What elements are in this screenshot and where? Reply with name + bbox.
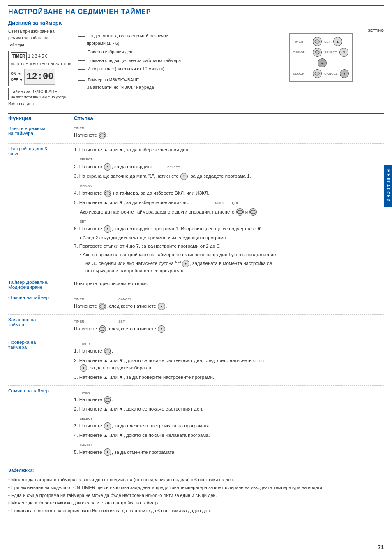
svg-point-8 <box>99 305 105 308</box>
remote-cancel-label: CANCEL <box>324 72 337 76</box>
func-cell: Влезте в режимана таймера <box>8 123 74 144</box>
timer-label-box: TIMER <box>11 52 27 60</box>
remote-offon-label: OFF/ON <box>293 51 310 54</box>
select-circle-btn[interactable]: ● <box>318 58 327 67</box>
offon-btn-remote[interactable]: ◯ <box>313 48 322 57</box>
timer-btn-remote[interactable] <box>313 37 322 46</box>
svg-text:◯: ◯ <box>316 51 319 54</box>
step-cell: TIMER 1. Натиснете . 2. Натиснете ▲ или … <box>74 385 384 460</box>
step-cell: TIMER SET Натиснете , след което натисне… <box>74 315 384 337</box>
list-item: При включване на модула от ON TIMER ще с… <box>8 484 384 492</box>
step-cell: Повторете гореописаните стъпки. <box>74 277 384 292</box>
svg-point-6 <box>237 210 243 214</box>
anno4: Избор на час (на стъпки от 10 минути) <box>78 65 281 73</box>
anno2: Показва избрания ден <box>78 49 281 56</box>
select-btn-cancel3[interactable]: ● <box>104 422 111 430</box>
step-cell: TIMER Натиснете . <box>74 123 384 144</box>
svg-point-5 <box>105 192 111 195</box>
svg-point-4 <box>99 134 105 137</box>
remote-select-label: SELECT <box>324 51 337 54</box>
select-btn-step2[interactable]: ● <box>104 163 111 171</box>
page-title: НАСТРОЙВАНЕ НА СЕДМИЧЕН ТАЙМЕР <box>8 5 384 16</box>
lang-tab: БЪЛГАРСКИ <box>384 165 392 207</box>
set-btn-step6[interactable]: ● <box>104 225 111 233</box>
func-cell: Отмяна на таймер <box>8 292 74 314</box>
select-btn-remote[interactable]: ▼ <box>339 48 348 57</box>
instruction-table: Функция Стъпка Влезте в режимана таймера… <box>8 113 384 460</box>
cancel-btn-remote[interactable]: ● <box>340 69 349 78</box>
timer-btn-cancel2[interactable] <box>104 396 111 404</box>
cancel-btn-cancel5[interactable]: ● <box>104 448 111 456</box>
timer-device-box: TIMER 1 2 3 4 5 6 MON TUE WED THU FRI SA… <box>8 51 74 86</box>
setting-label: SETTING <box>289 28 384 32</box>
func-cell: Отмяна на таймер <box>8 385 74 460</box>
timer-btn-cancel1[interactable] <box>99 303 106 310</box>
list-item: Можете да изберете няколко дни с една и … <box>8 499 384 507</box>
svg-point-3 <box>315 72 320 75</box>
notes-title: Забележки: <box>8 466 384 474</box>
list-item: Една и съща програма на таймера не може … <box>8 492 384 499</box>
set-btn-remote[interactable]: ▲ <box>333 37 342 46</box>
quiet-btn[interactable] <box>249 208 257 216</box>
table-row: Проверка натаймера TIMER 1. Натиснете . … <box>8 337 384 385</box>
clock-btn-remote[interactable] <box>313 69 322 78</box>
table-row: Настройте деня &часа 1. Натиснете ▲ или … <box>8 144 384 277</box>
col-func-header: Функция <box>8 113 74 123</box>
notes-section: Забележки: Можете да настроите таймера з… <box>8 464 384 514</box>
cancel-btn-step[interactable]: ● <box>158 303 165 310</box>
off-label: OFF ◄ <box>11 77 23 82</box>
offon-btn-step4[interactable] <box>104 190 111 197</box>
func-cell: Проверка натаймера <box>8 337 74 385</box>
page-number: 71 <box>378 544 384 550</box>
left-labels: Светва при избиране на режима за работа … <box>8 28 74 107</box>
anno3: Показва следващия ден за работа на тайме… <box>78 57 281 65</box>
annotations: На ден могат да се настроят 6 различни п… <box>78 28 281 93</box>
page-container: НАСТРОЙВАНЕ НА СЕДМИЧЕН ТАЙМЕР Дисплей з… <box>0 0 392 557</box>
days-row: MON TUE WED THU FRI SAT SUN <box>11 61 72 67</box>
svg-point-7 <box>250 210 256 214</box>
table-row: Задаване натаймер TIMER SET Натиснете , … <box>8 315 384 337</box>
svg-point-10 <box>105 350 111 353</box>
step-cell: TIMER 1. Натиснете . 2. Натиснете ▲ или … <box>74 337 384 385</box>
svg-point-11 <box>105 398 111 402</box>
mode-btn[interactable] <box>236 208 244 216</box>
select-btn-step3[interactable]: ● <box>180 173 188 180</box>
notes-list: Можете да настроите таймера за всеки ден… <box>8 476 384 514</box>
day-select-label: Избор на ден <box>8 101 74 107</box>
timer-numbers: 1 2 3 4 5 6 <box>28 53 47 60</box>
diagram-left: Светва при избиране на режима за работа … <box>8 28 281 107</box>
remote-timer-label: TIMER <box>293 40 310 44</box>
table-row: Таймер Добавяне/Модифициране Повторете г… <box>8 277 384 292</box>
set-btn-setrow[interactable]: ● <box>158 325 165 333</box>
func-cell: Настройте деня &часа <box>8 144 74 277</box>
select-btn-check2[interactable]: ● <box>80 364 87 372</box>
diagram-area: Светва при избиране на режима за работа … <box>8 28 384 107</box>
table-row: Отмяна на таймер TIMER CANCEL Натиснете … <box>8 292 384 314</box>
anno5: Таймер за ИЗКЛЮЧВАНЕ За автоматично "ИЗК… <box>78 74 281 91</box>
svg-point-0 <box>315 40 320 43</box>
step-cell: 1. Натиснете ▲ или ▼, за да изберете жел… <box>74 144 384 277</box>
table-row: Отмяна на таймер TIMER 1. Натиснете . 2.… <box>8 385 384 460</box>
list-item: Повишава пестенето на енергия, като Ви п… <box>8 507 384 515</box>
step-cell: TIMER CANCEL Натиснете , след което нати… <box>74 292 384 314</box>
display-section-header: Дисплей за таймера <box>8 20 384 26</box>
func-cell: Задаване натаймер <box>8 315 74 337</box>
anno1: На ден могат да се настроят 6 различни п… <box>78 32 281 47</box>
svg-point-9 <box>99 327 105 331</box>
timer-label-above: TIMER <box>74 126 380 131</box>
timer-btn-step[interactable] <box>99 132 106 139</box>
func-cell: Таймер Добавяне/Модифициране <box>8 277 74 292</box>
diagram-right: SETTING TIMER SET ▲ OFF/ON ◯ <box>289 28 384 82</box>
remote-set-label: SET <box>324 40 331 44</box>
timer-on-sub: За автоматично "ВКЛ." на уреда <box>11 95 74 100</box>
on-label: ON ◄ <box>11 71 23 77</box>
remote-panel: TIMER SET ▲ OFF/ON ◯ SELECT ▼ <box>289 33 353 82</box>
set-btn-30s[interactable]: ● <box>182 260 189 267</box>
label-lights: Светва при избиране на режима за работа … <box>8 28 74 48</box>
timer-on-label-block: Таймер за ВКЛЮЧВАНЕ За автоматично "ВКЛ.… <box>8 88 74 107</box>
timer-on-main: Таймер за ВКЛЮЧВАНЕ <box>11 88 74 95</box>
table-row: Влезте в режимана таймера TIMER Натиснет… <box>8 123 384 144</box>
timer-btn-setrow[interactable] <box>99 325 106 333</box>
time-display: 12:00 <box>24 69 55 85</box>
timer-btn-check[interactable] <box>104 348 111 355</box>
